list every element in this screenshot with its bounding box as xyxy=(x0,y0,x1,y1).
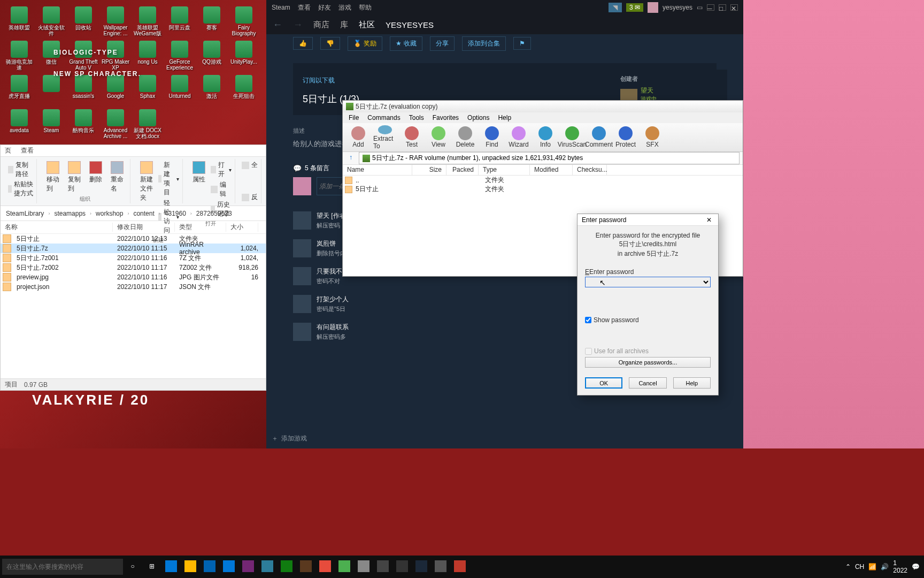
award-button[interactable]: 🏅 奖励 xyxy=(348,36,382,51)
nav-library[interactable]: 库 xyxy=(340,20,348,30)
invert-selection-button[interactable]: 反 xyxy=(242,192,258,202)
taskbar-app[interactable] xyxy=(296,556,315,578)
desktop-icon[interactable]: 激活 xyxy=(197,73,227,105)
winrar-menu-item[interactable]: Commands xyxy=(364,113,404,123)
back-button[interactable]: ← xyxy=(273,19,282,31)
taskbar-app[interactable] xyxy=(431,556,450,578)
winrar-filelist[interactable]: ..文件夹5日寸止文件夹 xyxy=(343,176,743,194)
taskbar-app[interactable] xyxy=(315,556,335,578)
taskbar-search-input[interactable] xyxy=(2,559,123,575)
desktop-icon[interactable]: 新建 DOCX 文档.docx xyxy=(133,107,163,139)
minimize-button[interactable]: ─ xyxy=(707,4,714,11)
thumbs-up-button[interactable]: 👍 xyxy=(293,37,313,50)
taskbar-app[interactable] xyxy=(219,556,238,578)
volume-icon[interactable]: 🔊 xyxy=(881,563,889,571)
nav-store[interactable]: 商店 xyxy=(313,20,329,30)
breadcrumb[interactable]: SteamLibrary xyxy=(4,209,46,218)
close-icon[interactable]: ✕ xyxy=(704,216,714,224)
vr-icon[interactable]: ▭ xyxy=(697,4,703,11)
tray-overflow-icon[interactable]: ⌃ xyxy=(845,563,851,571)
system-tray[interactable]: ⌃ CH 📶 🔊 12022 💬 xyxy=(841,559,924,574)
comment-avatar[interactable] xyxy=(293,211,311,230)
copy-to-button[interactable]: 复制到 xyxy=(65,160,84,194)
flag-button[interactable]: ⚑ xyxy=(513,37,531,50)
steam-menu-item[interactable]: 查看 xyxy=(298,3,311,12)
desktop-icon[interactable]: 回收站 xyxy=(68,4,98,36)
winrar-tool-extract-to[interactable]: Extract To xyxy=(373,125,397,150)
comment-avatar[interactable] xyxy=(293,295,311,313)
breadcrumb[interactable]: content xyxy=(131,209,156,218)
comment-avatar[interactable] xyxy=(293,323,311,341)
taskbar-app[interactable] xyxy=(258,556,277,578)
breadcrumb[interactable]: steamapps xyxy=(52,209,88,218)
winrar-menu-item[interactable]: Favorites xyxy=(429,113,463,123)
desktop-icon[interactable]: 虎牙直播 xyxy=(4,73,34,105)
archive-row[interactable]: ..文件夹 xyxy=(343,176,743,185)
new-item-button[interactable]: 新建项目 ▾ xyxy=(158,160,179,197)
nav-profile[interactable]: YESYESYES xyxy=(386,20,434,29)
col-name[interactable]: 名称 xyxy=(1,223,113,232)
col-size[interactable]: 大小 xyxy=(226,223,258,232)
winrar-tool-delete[interactable]: Delete xyxy=(453,125,478,150)
steam-menu-item[interactable]: 好友 xyxy=(318,3,331,12)
close-button[interactable]: ✕ xyxy=(730,4,738,11)
thumbs-down-button[interactable]: 👎 xyxy=(320,37,340,50)
desktop-icon[interactable]: 阿里云盘 xyxy=(165,4,195,36)
desktop-icon[interactable]: 酷狗音乐 xyxy=(68,107,98,139)
creator-name[interactable]: 望天 xyxy=(641,86,683,95)
open-button[interactable]: 打开 ▾ xyxy=(211,160,232,179)
delete-button[interactable]: 删除 xyxy=(86,160,105,194)
winrar-menu-item[interactable]: Tools xyxy=(405,113,428,123)
taskbar[interactable]: ○ ⊞ ⌃ CH 📶 🔊 12022 💬 xyxy=(0,556,924,578)
taskview-button[interactable]: ⊞ xyxy=(142,556,161,578)
archive-row[interactable]: 5日寸止文件夹 xyxy=(343,185,743,194)
col-modified[interactable]: 修改日期 xyxy=(113,223,175,232)
maximize-button[interactable]: □ xyxy=(719,4,726,11)
winrar-pathbar[interactable]: ↑ 5日寸止.7z - RAR volume (number 1), unpac… xyxy=(343,152,743,165)
file-row[interactable]: 5日寸止.7z0022022/10/10 11:177Z002 文件918,26 xyxy=(1,263,266,272)
winrar-tool-protect[interactable]: Protect xyxy=(613,125,638,150)
steam-menu-item[interactable]: 帮助 xyxy=(359,3,372,12)
desktop-icon[interactable]: 生死狙击 xyxy=(229,73,259,105)
file-row[interactable]: preview.jpg2022/10/10 11:16JPG 图片文件16 xyxy=(1,272,266,282)
winrar-titlebar[interactable]: 5日寸止.7z (evaluation copy) xyxy=(343,101,743,112)
desktop-icon[interactable]: Fairy Biography xyxy=(229,4,259,36)
desktop-icon[interactable]: Advanced Archive ... xyxy=(101,107,130,139)
file-explorer-window[interactable]: 页 查看 复制路径 粘贴快捷方式 移动到 复制到 删除 重命名 组织 新建文件夹… xyxy=(0,144,266,391)
copy-path-button[interactable]: 复制路径 xyxy=(16,161,33,179)
taskbar-app[interactable] xyxy=(412,556,431,578)
add-collection-button[interactable]: 添加到合集 xyxy=(462,36,506,51)
favorite-button[interactable]: ★ 收藏 xyxy=(390,36,422,51)
winrar-tool-wizard[interactable]: Wizard xyxy=(506,125,531,150)
notification-center-icon[interactable]: 💬 xyxy=(912,563,920,571)
username[interactable]: yesyesyes xyxy=(663,4,692,11)
ime-indicator[interactable]: CH xyxy=(855,563,864,571)
file-row[interactable]: 5日寸止.7z0012022/10/10 11:167Z 文件1,024, xyxy=(1,253,266,263)
paste-shortcut-button[interactable]: 粘贴快捷方式 xyxy=(14,180,33,198)
breadcrumb[interactable]: workshop xyxy=(94,209,125,218)
move-to-button[interactable]: 移动到 xyxy=(43,160,63,194)
file-list[interactable]: 5日寸止2022/10/10 12:13文件夹5日寸止.7z2022/10/10… xyxy=(1,234,266,373)
taskbar-app[interactable] xyxy=(181,556,200,578)
col-checksum[interactable]: Checksu... xyxy=(573,165,607,175)
tab-view[interactable]: 查看 xyxy=(21,146,34,155)
taskbar-app[interactable] xyxy=(277,556,296,578)
comment-avatar[interactable] xyxy=(293,239,311,257)
avatar[interactable] xyxy=(648,2,658,13)
winrar-tool-virusscan[interactable]: VirusScan xyxy=(560,125,584,150)
organize-passwords-button[interactable]: Organize passwords... xyxy=(585,357,711,368)
winrar-menu-item[interactable]: Help xyxy=(494,113,515,123)
file-row[interactable]: 5日寸止.7z2022/10/10 11:15WinRAR archive1,0… xyxy=(1,244,266,253)
taskbar-app[interactable] xyxy=(373,556,392,578)
nav-community[interactable]: 社区 xyxy=(359,20,375,30)
col-size[interactable]: Size xyxy=(412,165,446,175)
desktop-icon[interactable]: Unturned xyxy=(165,73,195,105)
tab-home[interactable]: 页 xyxy=(5,146,11,155)
comment-avatar[interactable] xyxy=(293,267,311,285)
clock[interactable]: 12022 xyxy=(893,559,907,574)
steam-menu-item[interactable]: Steam xyxy=(272,4,290,11)
file-row[interactable]: project.json2022/10/10 11:17JSON 文件 xyxy=(1,282,266,292)
desktop-icon[interactable]: GeForce Experience xyxy=(165,39,195,71)
share-button[interactable]: 分享 xyxy=(430,36,455,51)
col-name[interactable]: Name xyxy=(343,165,412,175)
